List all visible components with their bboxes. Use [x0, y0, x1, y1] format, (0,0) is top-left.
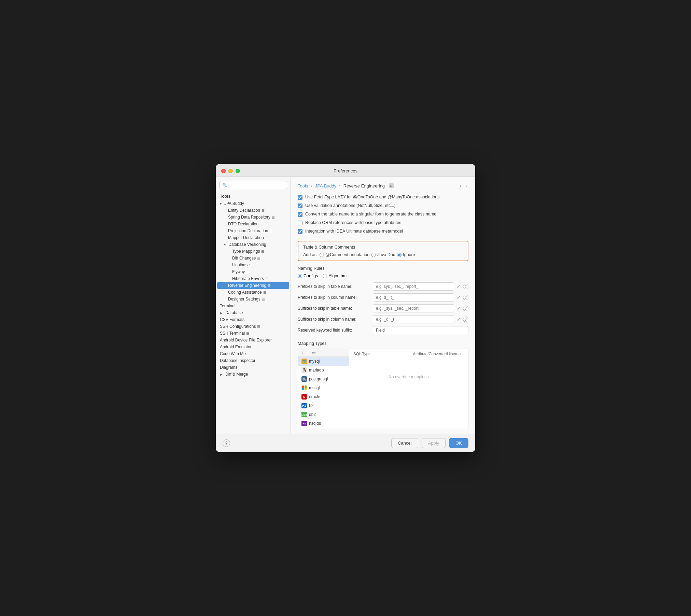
search-box[interactable]: 🔍	[219, 181, 287, 189]
apply-button[interactable]: Apply	[422, 438, 446, 448]
settings-icon: ☰	[262, 297, 265, 301]
radio-algorithm[interactable]: Algorithm	[323, 274, 347, 278]
add-mapping-button[interactable]: +	[300, 350, 304, 355]
search-icon: 🔍	[222, 183, 227, 187]
sidebar-item-jpa-buddy[interactable]: ▾ JPA Buddy	[216, 200, 291, 207]
expand-button[interactable]: ⤢	[456, 294, 461, 300]
h2-icon: H2	[301, 403, 307, 408]
settings-icon: ☰	[269, 229, 272, 233]
collapse-icon: ▾	[220, 202, 222, 206]
sidebar-item-terminal[interactable]: Terminal ☰	[216, 303, 291, 309]
sidebar-item-coding-assistance[interactable]: Coding Assistance ☰	[216, 289, 291, 296]
sidebar-item-liquibase[interactable]: Liquibase ☰	[216, 262, 291, 268]
db-item-mssql[interactable]: mssql	[298, 383, 349, 392]
radio-configs-label: Configs	[304, 274, 318, 278]
checkbox-singular-input[interactable]	[298, 212, 302, 217]
preferences-window: Preferences 🔍 Tools ▾ JPA Buddy Entity D…	[216, 164, 475, 452]
hsqldb-icon: HS	[301, 421, 307, 426]
mapping-types-container: + − ✏ 🐬 mysql 🐧 mariadb	[298, 349, 468, 428]
settings-icon: ☰	[257, 325, 260, 328]
help-button[interactable]: ?	[463, 295, 468, 300]
field-prefixes-table-input[interactable]	[373, 282, 454, 291]
add-as-label: Add as:	[303, 252, 318, 257]
edit-mapping-button[interactable]: ✏	[311, 350, 316, 355]
sidebar-item-code-with-me[interactable]: Code With Me	[216, 350, 291, 357]
db-list-toolbar: + − ✏	[298, 349, 349, 357]
db-item-hsqldb[interactable]: HS hsqldb	[298, 419, 349, 428]
sidebar-item-diff-changes[interactable]: Diff Changes ☰	[216, 255, 291, 262]
collapse-icon: ▾	[224, 243, 226, 247]
sidebar-item-database-inspector[interactable]: Database Inspector	[216, 357, 291, 364]
sidebar-item-diff-merge[interactable]: ▶ Diff & Merge	[216, 371, 291, 378]
postgresql-icon: 🐘	[301, 376, 307, 382]
sidebar-item-diagrams[interactable]: Diagrams	[216, 364, 291, 371]
maximize-button[interactable]	[236, 169, 240, 173]
sidebar-item-label: Diagrams	[220, 365, 237, 370]
help-button[interactable]: ?	[463, 284, 468, 289]
sidebar-item-ssh-configurations[interactable]: SSH Configurations ☰	[216, 323, 291, 330]
help-button[interactable]: ?	[463, 317, 468, 322]
sidebar-item-android-device-file-explorer[interactable]: Android Device File Explorer	[216, 337, 291, 344]
radio-ignore-input[interactable]	[397, 253, 401, 257]
expand-button[interactable]: ⤢	[456, 305, 461, 311]
sidebar-item-entity-declaration[interactable]: Entity Declaration ☰	[216, 207, 291, 214]
sidebar-item-ssh-terminal[interactable]: SSH Terminal ☰	[216, 330, 291, 337]
sidebar-item-reverse-engineering[interactable]: Reverse Engineering ☰	[217, 282, 289, 289]
radio-algorithm-input[interactable]	[323, 274, 327, 278]
checkbox-orm-label: Replace ORM references with basic type a…	[305, 220, 401, 225]
radio-comment-annotation-input[interactable]	[320, 253, 324, 257]
radio-java-doc-input[interactable]	[371, 253, 376, 257]
sidebar-item-database[interactable]: ▶ Database	[216, 309, 291, 316]
sidebar-item-type-mappings[interactable]: Type Mappings ☰	[216, 248, 291, 255]
mariadb-icon: 🐧	[301, 367, 307, 373]
radio-ignore[interactable]: Ignore	[397, 252, 415, 257]
db-item-postgresql[interactable]: 🐘 postgresql	[298, 375, 349, 383]
sidebar-item-projection-declaration[interactable]: Projection Declaration ☰	[216, 227, 291, 234]
db-item-db2[interactable]: DB2 db2	[298, 410, 349, 419]
sidebar-item-flyway[interactable]: Flyway ☰	[216, 268, 291, 275]
field-prefixes-column-input[interactable]	[373, 293, 454, 302]
sidebar-item-designer-settings[interactable]: Designer Settings ☰	[216, 296, 291, 303]
sidebar-item-database-versioning[interactable]: ▾ Database Versioning	[216, 241, 291, 248]
radio-comment-annotation[interactable]: @Comment annotation	[320, 252, 369, 257]
field-suffixes-column-input[interactable]	[373, 315, 454, 323]
close-button[interactable]	[221, 169, 226, 173]
db-item-mysql[interactable]: 🐬 mysql	[298, 357, 349, 366]
expand-button[interactable]: ⤢	[456, 316, 461, 322]
breadcrumb-jpa-buddy[interactable]: JPA Buddy	[315, 183, 337, 188]
settings-icon: ☰	[260, 222, 263, 226]
nav-back-button[interactable]: ‹	[459, 182, 463, 189]
radio-configs[interactable]: Configs	[298, 274, 318, 278]
search-input[interactable]	[228, 183, 284, 187]
sidebar-item-spring-data-repository[interactable]: Spring Data Repository ☰	[216, 214, 291, 221]
db-item-mariadb[interactable]: 🐧 mariadb	[298, 366, 349, 375]
sidebar-item-hibernate-envers[interactable]: Hibernate Envers ☰	[216, 275, 291, 282]
breadcrumb-tools[interactable]: Tools	[298, 183, 308, 188]
nav-forward-button[interactable]: ›	[464, 182, 468, 189]
checkbox-fetchtype-input[interactable]	[298, 195, 302, 200]
sidebar-item-dto-declaration[interactable]: DTO Declaration ☰	[216, 221, 291, 227]
expand-button[interactable]: ⤢	[456, 283, 461, 290]
db-item-label: oracle	[309, 394, 320, 399]
checkbox-orm-input[interactable]	[298, 221, 302, 225]
cancel-button[interactable]: Cancel	[391, 438, 418, 448]
help-footer-button[interactable]: ?	[223, 439, 230, 447]
ok-button[interactable]: OK	[449, 438, 468, 448]
radio-configs-input[interactable]	[298, 274, 302, 278]
field-reserved-keyword-input[interactable]	[373, 326, 468, 334]
sidebar-item-label: CSV Formats	[220, 317, 244, 322]
sidebar-item-mapper-declaration[interactable]: Mapper Declaration ☰	[216, 234, 291, 241]
field-suffixes-table-input[interactable]	[373, 304, 454, 312]
db-item-oracle[interactable]: O oracle	[298, 392, 349, 401]
radio-java-doc[interactable]: Java Doc	[371, 252, 395, 257]
sidebar-item-android-emulator[interactable]: Android Emulator	[216, 344, 291, 350]
checkbox-validation-input[interactable]	[298, 204, 302, 208]
remove-mapping-button[interactable]: −	[306, 350, 310, 355]
help-button[interactable]: ?	[463, 306, 468, 311]
sidebar-item-csv-formats[interactable]: CSV Formats	[216, 316, 291, 323]
minimize-button[interactable]	[228, 169, 233, 173]
checkbox-idea-input[interactable]	[298, 229, 302, 234]
checkbox-singular: Convert the table name to a singular for…	[298, 212, 468, 217]
db-item-h2[interactable]: H2 h2	[298, 401, 349, 410]
settings-icon: ☰	[246, 332, 249, 335]
